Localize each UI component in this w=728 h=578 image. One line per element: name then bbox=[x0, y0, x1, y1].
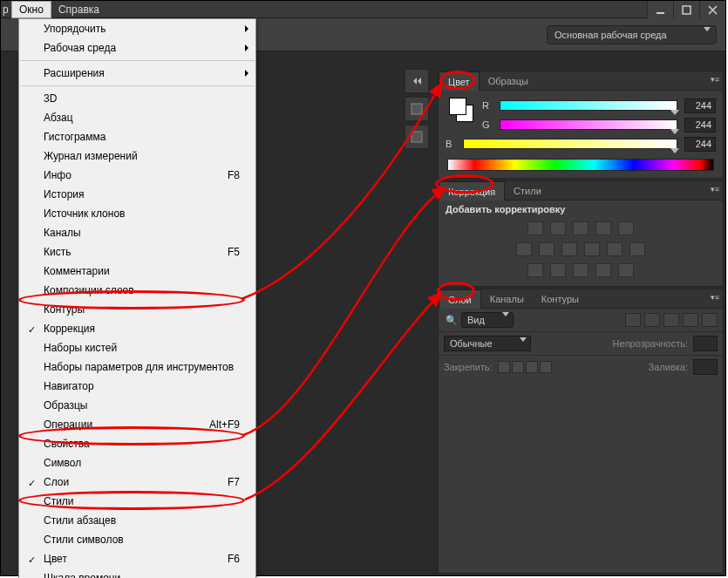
posterize-icon[interactable] bbox=[550, 263, 566, 277]
brightness-contrast-icon[interactable] bbox=[527, 221, 543, 235]
photo-filter-icon[interactable] bbox=[584, 242, 600, 256]
fill-label: Заливка: bbox=[649, 362, 688, 372]
menu-paragraph[interactable]: Абзац bbox=[19, 108, 255, 127]
slider-thumb-icon[interactable] bbox=[670, 110, 679, 115]
menu-tool-presets[interactable]: Наборы параметров для инструментов bbox=[19, 357, 255, 377]
menu-help[interactable]: Справка bbox=[51, 1, 106, 18]
levels-icon[interactable] bbox=[550, 221, 566, 235]
submenu-arrow-icon bbox=[245, 70, 248, 77]
green-value[interactable]: 244 bbox=[684, 118, 716, 133]
menu-channels[interactable]: Каналы bbox=[19, 223, 255, 242]
vibrance-icon[interactable] bbox=[618, 221, 634, 235]
panel-menu-icon[interactable]: ▾≡ bbox=[711, 185, 719, 194]
submenu-arrow-icon bbox=[245, 25, 248, 32]
photoshop-window: р Окно Справка Основная рабочая среда bbox=[0, 0, 726, 576]
menu-character[interactable]: Символ bbox=[19, 453, 255, 473]
menu-character-styles[interactable]: Стили символов bbox=[19, 530, 255, 549]
green-slider[interactable] bbox=[500, 119, 677, 130]
menu-history[interactable]: История bbox=[19, 185, 255, 204]
tab-styles[interactable]: Стили bbox=[505, 181, 550, 201]
tab-adjustments[interactable]: Коррекция bbox=[439, 181, 505, 201]
selective-color-icon[interactable] bbox=[618, 263, 634, 277]
blue-value[interactable]: 244 bbox=[684, 137, 716, 152]
menu-navigator[interactable]: Навигатор bbox=[19, 377, 255, 396]
menu-actions[interactable]: ОперацииAlt+F9 bbox=[19, 415, 255, 434]
workspace-label: Основная рабочая среда bbox=[555, 30, 667, 40]
filter-shape-icon[interactable] bbox=[683, 313, 698, 327]
filter-smart-icon[interactable] bbox=[702, 313, 718, 327]
menu-clone-source[interactable]: Источник клонов bbox=[19, 204, 255, 223]
menu-properties[interactable]: Свойства bbox=[19, 434, 255, 453]
opacity-field[interactable] bbox=[693, 336, 718, 351]
menu-arrange[interactable]: Упорядочить bbox=[19, 19, 255, 38]
menu-measurement-log[interactable]: Журнал измерений bbox=[19, 146, 255, 166]
dock-history-icon[interactable] bbox=[405, 97, 429, 121]
menu-info[interactable]: ИнфоF8 bbox=[19, 166, 255, 185]
menu-workspace-sub[interactable]: Рабочая среда bbox=[19, 38, 255, 58]
foreground-color[interactable] bbox=[449, 98, 466, 115]
filter-pixel-icon[interactable] bbox=[625, 313, 641, 327]
menu-paragraph-styles[interactable]: Стили абзацев bbox=[19, 511, 255, 530]
menu-timeline[interactable]: Шкала времени bbox=[19, 568, 255, 578]
menu-paths[interactable]: Контуры bbox=[19, 300, 255, 319]
color-balance-icon[interactable] bbox=[539, 242, 555, 256]
blend-mode-dropdown[interactable]: Обычные bbox=[444, 336, 531, 351]
menu-brush-presets[interactable]: Наборы кистей bbox=[19, 338, 255, 357]
threshold-icon[interactable] bbox=[573, 263, 589, 277]
tab-paths[interactable]: Контуры bbox=[533, 289, 588, 309]
menu-window[interactable]: Окно bbox=[11, 1, 51, 18]
invert-icon[interactable] bbox=[527, 263, 543, 277]
menu-adjustments[interactable]: ✓Коррекция bbox=[19, 319, 255, 338]
menu-prev[interactable]: р bbox=[1, 1, 11, 18]
svg-rect-3 bbox=[412, 132, 422, 142]
slider-thumb-icon[interactable] bbox=[670, 129, 679, 134]
blue-slider[interactable] bbox=[463, 139, 677, 149]
filter-label: Вид bbox=[467, 315, 485, 325]
gradient-map-icon[interactable] bbox=[595, 263, 611, 277]
window-menu-dropdown: Упорядочить Рабочая среда Расширения 3D … bbox=[18, 18, 256, 578]
tab-swatches[interactable]: Образцы bbox=[480, 71, 537, 91]
exposure-icon[interactable] bbox=[595, 221, 611, 235]
menu-histogram[interactable]: Гистограмма bbox=[19, 127, 255, 146]
panel-menu-icon[interactable]: ▾≡ bbox=[711, 293, 719, 302]
menu-swatches[interactable]: Образцы bbox=[19, 396, 255, 415]
tab-layers[interactable]: Слои bbox=[439, 289, 481, 309]
red-slider[interactable] bbox=[500, 100, 677, 111]
menu-styles[interactable]: Стили bbox=[19, 492, 255, 511]
dock-properties-icon[interactable] bbox=[405, 125, 429, 149]
window-minimize-button[interactable] bbox=[647, 1, 673, 18]
filter-type-icon[interactable] bbox=[663, 313, 679, 327]
slider-thumb-icon[interactable] bbox=[670, 148, 679, 153]
menu-extensions[interactable]: Расширения bbox=[19, 64, 255, 83]
red-value[interactable]: 244 bbox=[684, 99, 716, 113]
layer-filter-kind[interactable]: Вид bbox=[461, 312, 514, 328]
menu-3d[interactable]: 3D bbox=[19, 89, 255, 108]
dock-expand-icon[interactable] bbox=[405, 69, 429, 93]
curves-icon[interactable] bbox=[573, 221, 589, 235]
adjustments-panel: Коррекция Стили ▾≡ Добавить корректировк… bbox=[438, 180, 724, 287]
tab-channels[interactable]: Каналы bbox=[481, 289, 533, 309]
menu-color[interactable]: ✓ЦветF6 bbox=[19, 549, 255, 568]
lock-transparent-icon[interactable] bbox=[498, 361, 510, 373]
foreground-background-swatch[interactable] bbox=[449, 98, 473, 122]
menu-layers[interactable]: ✓СлоиF7 bbox=[19, 473, 255, 492]
menu-brush[interactable]: КистьF5 bbox=[19, 242, 255, 262]
color-spectrum[interactable] bbox=[447, 159, 714, 171]
tab-color[interactable]: Цвет bbox=[439, 71, 480, 91]
blue-slider-row: B 244 bbox=[446, 134, 716, 153]
color-lookup-icon[interactable] bbox=[629, 242, 645, 256]
lock-position-icon[interactable] bbox=[526, 361, 538, 373]
fill-field[interactable] bbox=[693, 359, 718, 375]
window-close-button[interactable] bbox=[699, 1, 725, 18]
hue-saturation-icon[interactable] bbox=[516, 242, 532, 256]
menu-comments[interactable]: Комментарии bbox=[19, 262, 255, 281]
lock-all-icon[interactable] bbox=[540, 361, 552, 373]
black-white-icon[interactable] bbox=[561, 242, 577, 256]
menu-layer-comps[interactable]: Композиции слоев bbox=[19, 281, 255, 300]
lock-image-icon[interactable] bbox=[512, 361, 524, 373]
panel-menu-icon[interactable]: ▾≡ bbox=[711, 75, 719, 84]
channel-mixer-icon[interactable] bbox=[607, 242, 623, 256]
window-maximize-button[interactable] bbox=[673, 1, 699, 18]
workspace-switcher[interactable]: Основная рабочая среда bbox=[547, 25, 717, 44]
filter-adjust-icon[interactable] bbox=[644, 313, 660, 327]
